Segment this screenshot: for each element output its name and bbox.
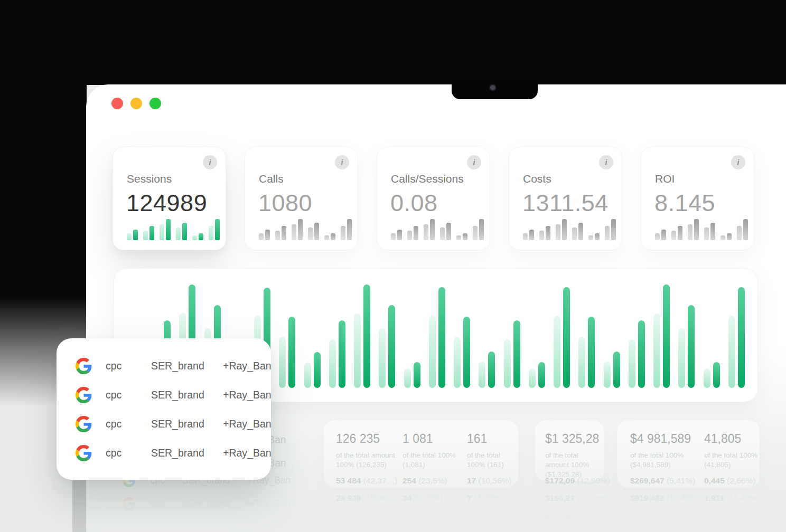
mini-bar-light [588, 235, 593, 240]
google-icon [76, 416, 92, 432]
info-icon[interactable]: i [467, 155, 481, 169]
stats-row: 23 938 (18,96…) [336, 493, 397, 503]
stats-row: 5 510 (4,36%) [336, 511, 387, 520]
stats-row: $156,27 (11,79%) [545, 493, 610, 503]
mini-bar-light [539, 231, 544, 240]
info-icon[interactable]: i [203, 155, 217, 169]
bar-dark [588, 317, 595, 388]
mini-bar-group [556, 219, 567, 240]
kpi-value: 0.08 [390, 189, 438, 217]
bar-light [279, 337, 286, 388]
mini-bar-dark [661, 230, 666, 240]
mini-bar-light [737, 226, 742, 240]
mini-bar-group [209, 219, 220, 240]
stats-row: $172,09 (12,99%) [545, 476, 610, 486]
bar-dark [363, 284, 370, 388]
mini-bar-group [308, 223, 319, 240]
mini-bar-light [605, 226, 610, 240]
mini-bar-group [737, 219, 748, 240]
mini-bar-group [588, 233, 600, 240]
mini-bar-dark [414, 226, 418, 240]
mini-bar-dark [166, 219, 171, 240]
bar-dark [414, 362, 420, 388]
mini-bar-group [407, 226, 418, 240]
kpi-card-calls[interactable]: iCalls1080 [245, 147, 358, 250]
bar-dark [638, 320, 645, 388]
popup-row[interactable]: cpcSER_brand+Ray_Ban [76, 381, 271, 410]
bar-dark [613, 352, 620, 388]
mini-bar-light [275, 231, 280, 240]
popup-row[interactable]: cpcSER_brand+Ray_Ban [76, 352, 271, 381]
stats-row-percent: (18,96…) [361, 493, 397, 502]
popup-channel: cpc [106, 389, 151, 401]
stats-row: $130,85 (9,87%) [545, 511, 606, 520]
info-icon[interactable]: i [335, 155, 349, 169]
mini-bar-dark [347, 219, 352, 240]
stats-row-percent: (0%) [709, 511, 728, 520]
stats-total: 126 235 [336, 432, 395, 446]
bar-dark [688, 305, 695, 388]
google-icon-cell [76, 387, 106, 403]
mini-bar-dark [546, 226, 550, 240]
row-campaign: SER_brand [182, 498, 247, 509]
info-icon[interactable]: i [599, 155, 613, 169]
stats-row-percent: (5,41%) [665, 476, 696, 485]
mini-bar-dark [149, 226, 154, 240]
kpi-mini-chart [655, 219, 748, 240]
info-icon[interactable]: i [731, 155, 745, 169]
popup-campaign: SER_brand [151, 360, 223, 372]
stats-total: 1 081 [403, 432, 462, 446]
kpi-card-calls-sessions[interactable]: iCalls/Sessions0.08 [377, 147, 490, 250]
mini-bar-dark [282, 226, 286, 240]
bar-pair [578, 317, 595, 388]
mini-bar-dark [479, 219, 484, 240]
mini-bar-group [127, 230, 138, 240]
bar-dark [463, 317, 470, 388]
mini-bar-light [671, 231, 676, 240]
stats-row: 7 (4,35%) [467, 493, 502, 503]
kpi-label: Sessions [127, 173, 172, 185]
stats-column: $1 325,28of the total amount 100% ($1,32… [545, 432, 603, 532]
mini-bar-light [704, 227, 709, 240]
traffic-light-zoom[interactable] [149, 98, 161, 109]
mini-bar-group [655, 230, 666, 240]
mini-bar-group [160, 219, 171, 240]
bar-dark [738, 287, 745, 388]
popup-campaign: SER_brand [151, 418, 223, 430]
kpi-card-roi[interactable]: iROI8.145 [641, 147, 754, 250]
mini-bar-light [523, 233, 528, 240]
kpi-value: 124989 [126, 189, 207, 217]
stats-row-percent: (3,15%) [411, 493, 443, 502]
stats-row: 254 (23,5%) [403, 476, 447, 486]
mini-bar-light [720, 235, 725, 240]
kpi-label: Costs [523, 173, 551, 185]
mini-bar-dark [446, 223, 451, 240]
mini-bar-light [456, 235, 461, 240]
stats-column: $4 981,589of the total 100% ($4,981,589)… [630, 432, 715, 532]
mini-bar-group [259, 230, 270, 240]
stats-column: 41,805of the total 100% (41,805)0,445 (2… [704, 432, 763, 532]
bar-pair [629, 320, 645, 388]
google-icon-cell [76, 416, 106, 432]
kpi-card-row: iSessions124989iCalls1080iCalls/Sessions… [113, 147, 754, 250]
stats-row: 17 (10,56%) [467, 476, 511, 486]
stats-row: 1,911 (11,43%) [704, 493, 759, 503]
stats-row-value: $130,85 [545, 511, 575, 520]
stats-row-value: 1,911 [704, 493, 724, 502]
popup-row[interactable]: cpcSER_brand+Ray_Ban [76, 439, 271, 468]
stats-column: 161of the total 100% (161)17 (10,56%)7 (… [467, 432, 520, 532]
bar-light [329, 339, 336, 388]
kpi-card-sessions[interactable]: iSessions124989 [113, 147, 226, 250]
popup-keyword: +Ray_Ban [223, 360, 272, 372]
traffic-light-minimize[interactable] [130, 98, 142, 109]
mini-bar-dark [710, 223, 715, 240]
popup-row[interactable]: cpcSER_brand+Ray_Ban [76, 410, 271, 439]
kpi-card-costs[interactable]: iCosts1311.54 [509, 147, 622, 250]
traffic-light-close[interactable] [111, 98, 123, 109]
kpi-label: ROI [655, 173, 675, 185]
stats-row: $0 (0%) [630, 511, 659, 520]
stats-column: 126 235of the total amount 100% (126,235… [336, 432, 395, 532]
mini-bar-dark [678, 226, 682, 240]
stats-row-value: $172,09 [545, 476, 575, 485]
stats-row-value: 34 [403, 493, 411, 502]
